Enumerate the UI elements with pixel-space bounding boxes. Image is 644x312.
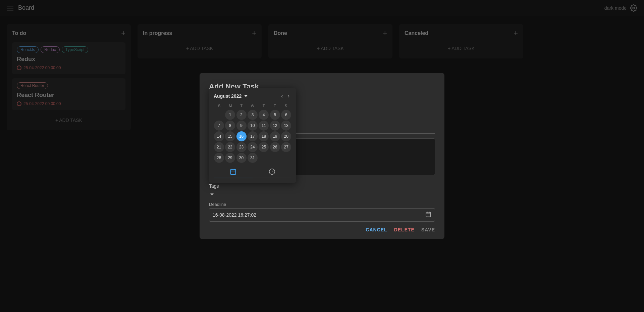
calendar-day-7[interactable]: 7: [214, 121, 224, 131]
calendar-day-13[interactable]: 13: [281, 121, 291, 131]
calendar-prev-btn[interactable]: ‹: [279, 92, 285, 100]
deadline-label: Deadline: [209, 202, 435, 207]
calendar-day-26[interactable]: 26: [270, 142, 280, 152]
tags-chevron-icon: [210, 193, 214, 195]
calendar-day-4[interactable]: 4: [259, 110, 269, 120]
dow-f: F: [269, 103, 280, 108]
calendar-next-btn[interactable]: ›: [286, 92, 291, 100]
calendar-day-20[interactable]: 20: [281, 131, 291, 141]
calendar-header: August 2022 ‹ ›: [214, 92, 291, 100]
month-chevron-icon: [244, 95, 248, 97]
calendar-dow: S M T W T F S: [214, 103, 291, 108]
deadline-input-wrapper: [209, 208, 435, 222]
deadline-calendar-icon[interactable]: [425, 211, 431, 219]
svg-rect-6: [426, 212, 431, 217]
calendar-tab-time[interactable]: [253, 166, 291, 178]
calendar-day-22[interactable]: 22: [225, 142, 235, 152]
calendar-day-empty: [281, 153, 291, 163]
dow-s1: S: [214, 103, 225, 108]
calendar-month-label: August 2022: [214, 93, 248, 99]
calendar-day-16[interactable]: 16: [236, 131, 247, 141]
calendar-day-14[interactable]: 14: [214, 131, 224, 141]
deadline-row: August 2022 ‹ › S M T W T F S: [209, 202, 435, 222]
dow-s2: S: [280, 103, 291, 108]
dow-t1: T: [236, 103, 247, 108]
calendar-day-9[interactable]: 9: [236, 121, 247, 131]
cancel-button[interactable]: CANCEL: [366, 227, 387, 232]
deadline-input[interactable]: [213, 212, 425, 218]
calendar-day-12[interactable]: 12: [270, 121, 280, 131]
calendar-day-empty: [259, 153, 269, 163]
calendar-day-1[interactable]: 1: [225, 110, 235, 120]
calendar-day-23[interactable]: 23: [236, 142, 247, 152]
calendar-day-11[interactable]: 11: [259, 121, 269, 131]
calendar-day-10[interactable]: 10: [248, 121, 258, 131]
calendar-day-3[interactable]: 3: [248, 110, 258, 120]
svg-rect-1: [231, 169, 236, 174]
calendar-day-18[interactable]: 18: [259, 131, 269, 141]
dow-m: M: [225, 103, 236, 108]
calendar-nav: ‹ ›: [279, 92, 291, 100]
calendar-day-15[interactable]: 15: [225, 131, 235, 141]
calendar-day-24[interactable]: 24: [248, 142, 258, 152]
calendar-day-empty: [214, 110, 224, 120]
calendar-day-2[interactable]: 2: [236, 110, 247, 120]
dow-w: W: [247, 103, 258, 108]
calendar-day-28[interactable]: 28: [214, 153, 224, 163]
delete-button[interactable]: DELETE: [394, 227, 415, 232]
calendar-tabs: [214, 166, 291, 178]
tags-select-wrapper: Tags: [209, 181, 435, 197]
calendar-day-5[interactable]: 5: [270, 110, 280, 120]
calendar-day-6[interactable]: 6: [281, 110, 291, 120]
calendar-day-19[interactable]: 19: [270, 131, 280, 141]
calendar-day-21[interactable]: 21: [214, 142, 224, 152]
calendar-day-8[interactable]: 8: [225, 121, 235, 131]
calendar-day-31[interactable]: 31: [248, 153, 258, 163]
calendar-day-17[interactable]: 17: [248, 131, 258, 141]
calendar-day-29[interactable]: 29: [225, 153, 235, 163]
calendar-days: 1234567891011121314151617181920212223242…: [214, 110, 291, 163]
calendar-day-30[interactable]: 30: [236, 153, 247, 163]
calendar-day-empty: [270, 153, 280, 163]
save-button[interactable]: SAVE: [421, 227, 435, 232]
calendar-day-25[interactable]: 25: [259, 142, 269, 152]
calendar-popup: August 2022 ‹ › S M T W T F S: [209, 88, 296, 183]
calendar-tab-indicator: [214, 178, 253, 178]
dialog-footer: CANCEL DELETE SAVE: [209, 227, 435, 232]
calendar-day-27[interactable]: 27: [281, 142, 291, 152]
add-task-dialog: Add New Task Status To do In progress Do…: [200, 73, 444, 239]
dialog-overlay: Add New Task Status To do In progress Do…: [0, 0, 644, 312]
dow-t2: T: [258, 103, 269, 108]
calendar-tab-date[interactable]: [214, 166, 253, 178]
